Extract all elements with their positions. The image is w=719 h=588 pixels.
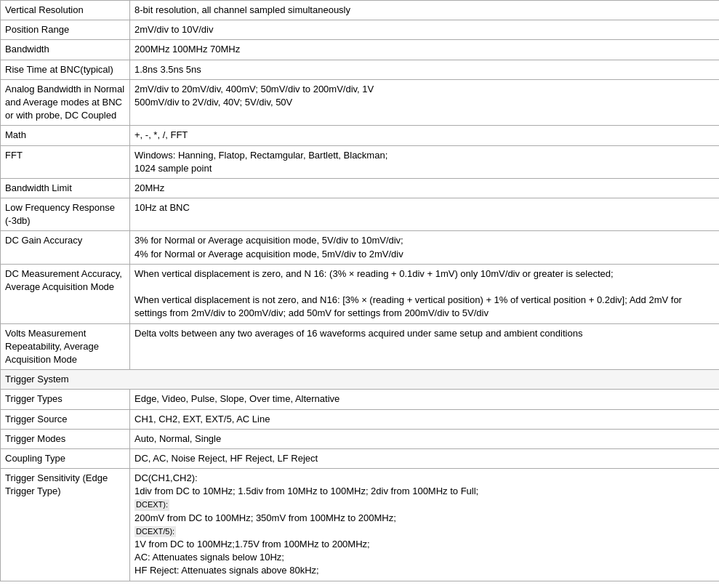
row-label: Vertical Resolution [1, 1, 130, 20]
table-row: FFTWindows: Hanning, Flatop, Rectamgular… [1, 145, 720, 178]
row-label: DC Gain Accuracy [1, 231, 130, 264]
row-label: Rise Time at BNC(typical) [1, 60, 130, 79]
table-row: Position Range2mV/div to 10V/div [1, 20, 720, 40]
row-label: Analog Bandwidth in Normal and Average m… [1, 79, 130, 126]
row-value: 10Hz at BNC [130, 198, 720, 231]
row-value: 1.8ns 3.5ns 5ns [130, 60, 720, 79]
row-label: Bandwidth [1, 40, 130, 60]
table-row: Coupling TypeDC, AC, Noise Reject, HF Re… [1, 448, 720, 468]
row-label: Low Frequency Response (-3db) [1, 198, 130, 231]
row-value: DC(CH1,CH2):1div from DC to 10MHz; 1.5di… [130, 469, 720, 581]
table-row: Vertical Resolution8-bit resolution, all… [1, 1, 720, 20]
row-label: Bandwidth Limit [1, 178, 130, 198]
table-row: Analog Bandwidth in Normal and Average m… [1, 79, 720, 126]
row-label: DC Measurement Accuracy, Average Acquisi… [1, 264, 130, 323]
table-row: Low Frequency Response (-3db)10Hz at BNC [1, 198, 720, 231]
section-header: Trigger System [1, 370, 720, 390]
row-value: Edge, Video, Pulse, Slope, Over time, Al… [130, 390, 720, 409]
table-row: Bandwidth200MHz 100MHz 70MHz [1, 40, 720, 60]
row-value: 2mV/div to 10V/div [130, 20, 720, 40]
table-row: Rise Time at BNC(typical)1.8ns 3.5ns 5ns [1, 60, 720, 79]
row-label: Math [1, 126, 130, 145]
table-row: DC Measurement Accuracy, Average Acquisi… [1, 264, 720, 323]
row-value: 20MHz [130, 178, 720, 198]
table-row: Trigger SourceCH1, CH2, EXT, EXT/5, AC L… [1, 409, 720, 429]
table-row: Trigger TypesEdge, Video, Pulse, Slope, … [1, 390, 720, 409]
row-value: CH1, CH2, EXT, EXT/5, AC Line [130, 409, 720, 429]
table-row: Math+, -, *, /, FFT [1, 126, 720, 145]
row-label: Trigger Types [1, 390, 130, 409]
row-label: FFT [1, 145, 130, 178]
table-row: Trigger ModesAuto, Normal, Single [1, 429, 720, 448]
table-row: Trigger System [1, 370, 720, 390]
row-value: 2mV/div to 20mV/div, 400mV; 50mV/div to … [130, 79, 720, 126]
row-label: Position Range [1, 20, 130, 40]
row-value: 200MHz 100MHz 70MHz [130, 40, 720, 60]
row-value: Delta volts between any two averages of … [130, 323, 720, 370]
row-value: +, -, *, /, FFT [130, 126, 720, 145]
table-row: Trigger Sensitivity (Edge Trigger Type)D… [1, 469, 720, 581]
row-label: Coupling Type [1, 448, 130, 468]
row-label: Trigger Source [1, 409, 130, 429]
table-row: Volts Measurement Repeatability, Average… [1, 323, 720, 370]
row-label: Trigger Modes [1, 429, 130, 448]
table-row: Bandwidth Limit20MHz [1, 178, 720, 198]
table-row: DC Gain Accuracy3% for Normal or Average… [1, 231, 720, 264]
row-value: When vertical displacement is zero, and … [130, 264, 720, 323]
row-label: Trigger Sensitivity (Edge Trigger Type) [1, 469, 130, 581]
row-value: 3% for Normal or Average acquisition mod… [130, 231, 720, 264]
row-value: Auto, Normal, Single [130, 429, 720, 448]
row-value: 8-bit resolution, all channel sampled si… [130, 1, 720, 20]
spec-table: Vertical Resolution8-bit resolution, all… [0, 0, 719, 581]
row-label: Volts Measurement Repeatability, Average… [1, 323, 130, 370]
row-value: DC, AC, Noise Reject, HF Reject, LF Reje… [130, 448, 720, 468]
row-value: Windows: Hanning, Flatop, Rectamgular, B… [130, 145, 720, 178]
